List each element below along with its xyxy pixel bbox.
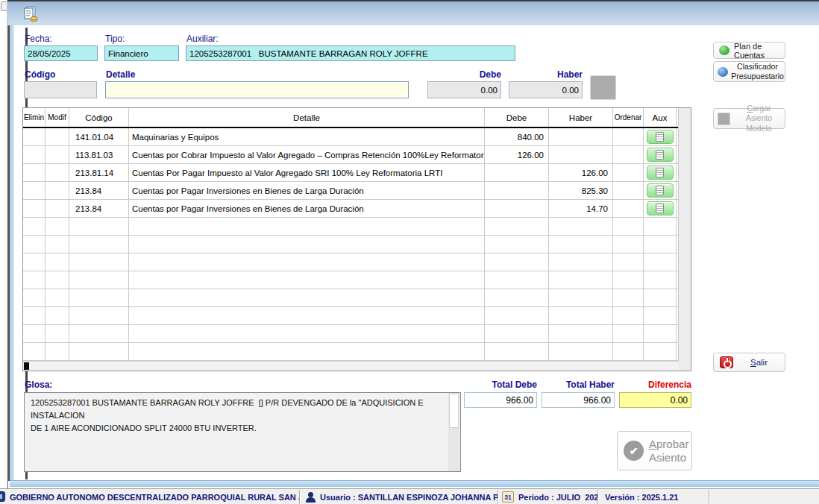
aux-button[interactable] [647, 183, 674, 198]
debe-input[interactable]: 0.00 [427, 81, 501, 98]
document-icon [656, 132, 664, 142]
document-icon [656, 186, 664, 195]
table-row-empty [23, 307, 691, 325]
table-row[interactable]: 213.81.14Cuentas Por Pagar Impuesto al V… [23, 164, 691, 182]
cell-haber [549, 128, 613, 145]
debe-label: Debe [428, 69, 501, 80]
cell-haber [549, 236, 613, 253]
aprobar-asiento-button[interactable]: Aprobar Asiento [617, 431, 692, 470]
cell-aux [644, 200, 677, 217]
haber-input[interactable]: 0.00 [509, 81, 583, 98]
cell-elimin [23, 253, 46, 271]
cell-detalle: Cuentas por Pagar Inversiones en Bienes … [129, 182, 485, 199]
cell-elimin [23, 128, 46, 145]
codigo-input[interactable] [24, 81, 97, 98]
cell-detalle [129, 343, 485, 360]
fecha-input[interactable]: 28/05/2025 [24, 45, 98, 61]
cell-haber: 14.70 [549, 200, 613, 217]
hscroll-thumb[interactable] [24, 362, 29, 370]
table-row[interactable]: 141.01.04Maquinarias y Equipos840.00 [23, 128, 691, 146]
cell-debe [485, 182, 549, 199]
status-version: Versión : 2025.1.21 [599, 490, 709, 504]
cell-codigo [69, 289, 129, 306]
cell-modif [46, 343, 69, 360]
cell-modif [46, 200, 69, 217]
cell-detalle [129, 325, 485, 342]
document-icon [656, 150, 664, 160]
cell-debe [485, 271, 549, 289]
cell-haber: 825.30 [549, 182, 613, 199]
cell-haber: 126.00 [549, 164, 613, 181]
cell-elimin [23, 307, 46, 324]
cell-haber [549, 289, 613, 306]
cell-modif [46, 218, 69, 235]
table-header-row: Elimin Modif Código Detalle Debe Haber O… [23, 108, 691, 128]
cell-aux [644, 343, 677, 360]
cell-modif [46, 289, 69, 306]
auxiliar-input[interactable]: 1205253287001 BUSTAMANTE BARRAGAN ROLY J… [186, 45, 515, 61]
status-bar: GOBIERNO AUTONOMO DESCENTRALIZADO PARROQ… [0, 488, 819, 504]
cell-ordenar [613, 325, 644, 342]
aux-button[interactable] [647, 148, 674, 162]
calendar-icon: 31 [502, 491, 514, 503]
cell-detalle [129, 236, 485, 253]
cell-aux [644, 325, 677, 342]
clasificador-presupuestario-button[interactable]: Clasificador Presupuestario [713, 61, 785, 82]
entries-table: Elimin Modif Código Detalle Debe Haber O… [22, 107, 691, 371]
detalle-input[interactable] [105, 81, 409, 98]
cell-haber [549, 271, 613, 289]
cell-aux [644, 307, 677, 324]
application-window: Fecha: 28/05/2025 Tipo: Financiero Auxil… [0, 0, 819, 504]
add-entry-button[interactable] [590, 75, 616, 100]
horizontal-scrollbar[interactable] [23, 361, 678, 371]
cell-ordenar [613, 128, 644, 145]
document-copy-icon[interactable] [22, 6, 39, 25]
header-ordenar: Ordenar [613, 108, 644, 127]
header-modif: Modif [46, 108, 69, 127]
table-row[interactable]: 213.84Cuentas por Pagar Inversiones en B… [23, 182, 691, 200]
table-row[interactable]: 213.84Cuentas por Pagar Inversiones en B… [23, 200, 691, 218]
aux-button[interactable] [647, 130, 674, 144]
cell-detalle: Cuentas por Pagar Inversiones en Bienes … [129, 200, 485, 217]
salir-button[interactable]: Salir [713, 353, 785, 372]
cell-detalle [129, 253, 485, 271]
status-user: Usuario : SANTILLAN ESPINOZA JOHANNA PAO… [301, 490, 498, 504]
glosa-scrollbar-thumb[interactable] [449, 394, 459, 428]
cell-detalle: Cuentas Por Pagar Impuesto al Valor Agre… [129, 164, 485, 181]
aux-button[interactable] [647, 166, 674, 180]
cell-debe [485, 218, 549, 235]
cell-detalle [129, 271, 485, 289]
cell-modif [46, 253, 69, 271]
total-debe-value: 966.00 [464, 392, 537, 408]
header-debe: Debe [485, 108, 549, 127]
cell-haber [549, 343, 613, 360]
green-sphere-icon [719, 45, 729, 55]
user-icon [305, 491, 316, 503]
cell-elimin [23, 236, 46, 253]
diferencia-label: Diferencia [619, 379, 691, 390]
table-row[interactable]: 113.81.03Cuentas por Cobrar Impuesto al … [23, 146, 691, 164]
cell-codigo [69, 253, 129, 271]
cell-ordenar [613, 164, 644, 181]
codigo-label: Código [25, 69, 55, 80]
detalle-label: Detalle [106, 69, 135, 80]
cell-codigo [69, 343, 129, 360]
plan-de-cuentas-button[interactable]: Plan de Cuentas [713, 42, 785, 59]
blue-sphere-icon [718, 67, 728, 77]
aux-button[interactable] [647, 201, 674, 215]
desktop-left-strip [0, 0, 7, 488]
cargar-asiento-modelo-button[interactable]: Cargar Asiento Modelo [713, 108, 785, 129]
cell-debe: 126.00 [485, 146, 549, 163]
cell-elimin [23, 289, 46, 306]
cell-elimin [23, 200, 46, 217]
cell-elimin [23, 343, 46, 360]
cell-elimin [23, 164, 46, 181]
vertical-scrollbar[interactable] [678, 108, 691, 361]
glosa-textarea[interactable]: 1205253287001 BUSTAMANTE BARRAGAN ROLY J… [24, 392, 461, 472]
cell-aux [644, 289, 677, 306]
cell-codigo: 113.81.03 [69, 146, 129, 163]
cell-detalle [129, 307, 485, 324]
cell-aux [644, 128, 677, 145]
cargar-asiento-label: Cargar Asiento Modelo [733, 104, 785, 133]
tipo-input[interactable]: Financiero [104, 45, 179, 61]
